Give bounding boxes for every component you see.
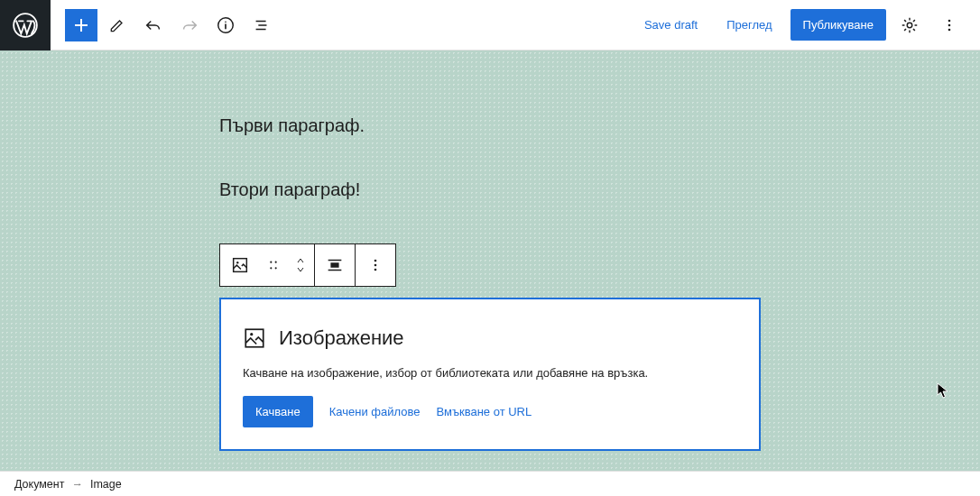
svg-point-2: [907, 23, 912, 28]
editor-canvas: Първи параграф. Втори параграф!: [0, 51, 980, 471]
toolbar-right: Save draft Преглед Публикуване: [633, 9, 980, 41]
move-handle[interactable]: [260, 244, 287, 286]
svg-point-11: [275, 267, 277, 269]
svg-point-4: [948, 23, 951, 26]
block-toolbar: [219, 243, 396, 287]
wordpress-logo[interactable]: [0, 0, 51, 51]
svg-point-15: [374, 269, 377, 271]
mouse-cursor-icon: [937, 382, 951, 399]
breadcrumb: Документ → Image: [0, 471, 980, 496]
add-block-button[interactable]: [65, 9, 97, 41]
svg-rect-12: [330, 262, 338, 268]
edit-mode-button[interactable]: [101, 9, 134, 41]
redo-button[interactable]: [173, 9, 206, 41]
publish-button[interactable]: Публикуване: [790, 9, 886, 41]
upload-button[interactable]: Качване: [243, 396, 313, 427]
media-library-button[interactable]: Качени файлове: [329, 405, 421, 418]
content-area: Първи параграф. Втори параграф!: [219, 51, 761, 451]
image-block-placeholder: Изображение Качване на изображение, избо…: [219, 298, 761, 451]
align-button[interactable]: [315, 244, 355, 286]
image-icon: [243, 326, 266, 350]
insert-from-url-button[interactable]: Вмъкване от URL: [436, 405, 532, 418]
save-draft-button[interactable]: Save draft: [633, 11, 708, 39]
editor-topbar: Save draft Преглед Публикуване: [0, 0, 980, 51]
preview-button[interactable]: Преглед: [716, 11, 782, 39]
paragraph-block[interactable]: Втори параграф!: [219, 179, 761, 200]
block-type-button[interactable]: [220, 244, 260, 286]
placeholder-actions: Качване Качени файлове Вмъкване от URL: [243, 396, 737, 427]
placeholder-description: Качване на изображение, избор от библиот…: [243, 366, 737, 380]
chevron-right-icon: →: [71, 478, 83, 491]
svg-point-17: [250, 333, 253, 335]
svg-rect-16: [245, 329, 263, 347]
undo-button[interactable]: [137, 9, 170, 41]
svg-point-14: [374, 264, 377, 267]
info-button[interactable]: [209, 9, 242, 41]
svg-point-9: [275, 262, 277, 263]
paragraph-block[interactable]: Първи параграф.: [219, 115, 761, 136]
toolbar-left: [51, 9, 278, 41]
svg-point-7: [236, 262, 238, 263]
more-block-options[interactable]: [356, 244, 395, 286]
move-updown[interactable]: [287, 244, 314, 286]
breadcrumb-block[interactable]: Image: [90, 478, 122, 491]
outline-button[interactable]: [245, 9, 278, 41]
svg-point-13: [374, 260, 377, 262]
more-options-button[interactable]: [933, 9, 966, 41]
svg-point-5: [948, 28, 951, 31]
breadcrumb-document[interactable]: Документ: [14, 478, 64, 491]
settings-button[interactable]: [893, 9, 926, 41]
placeholder-title: Изображение: [279, 326, 404, 350]
svg-point-3: [948, 19, 951, 22]
svg-point-8: [270, 262, 272, 263]
placeholder-header: Изображение: [243, 326, 737, 350]
svg-point-10: [270, 267, 272, 269]
